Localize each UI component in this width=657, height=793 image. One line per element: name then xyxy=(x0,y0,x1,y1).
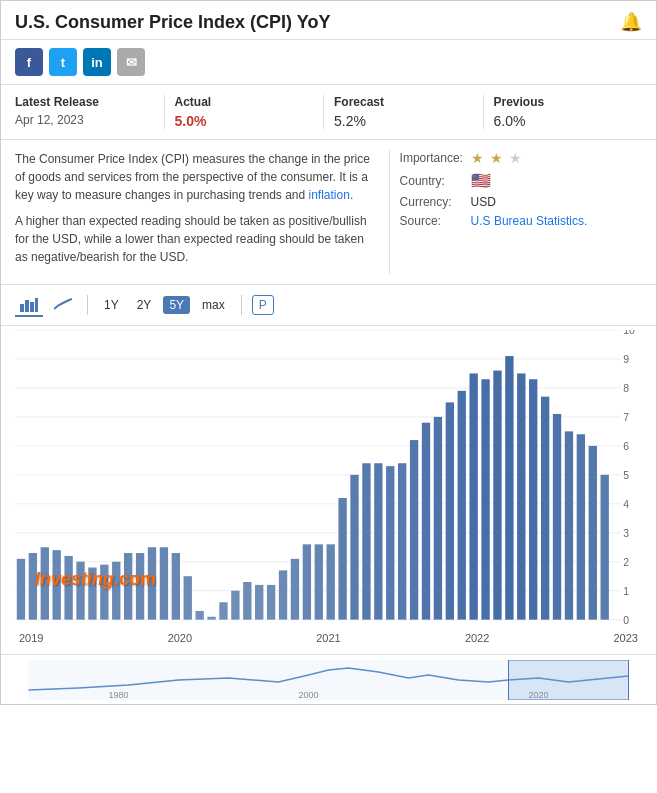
info-text-block: The Consumer Price Index (CPI) measures … xyxy=(15,150,379,274)
controls-divider xyxy=(87,295,88,315)
actual-value: 5.0% xyxy=(175,113,314,129)
latest-release-label: Latest Release xyxy=(15,95,154,109)
social-buttons-row: f t in ✉ xyxy=(1,40,656,85)
svg-rect-43 xyxy=(219,602,227,619)
forecast-label: Forecast xyxy=(334,95,473,109)
svg-rect-62 xyxy=(446,402,454,619)
svg-rect-51 xyxy=(315,544,323,619)
forecast-value: 5.2% xyxy=(334,113,473,129)
svg-rect-77 xyxy=(509,660,629,700)
period-1y-button[interactable]: 1Y xyxy=(98,296,125,314)
info-text-2: A higher than expected reading should be… xyxy=(15,212,379,266)
latest-release-cell: Latest Release Apr 12, 2023 xyxy=(15,95,165,129)
svg-rect-57 xyxy=(386,466,394,620)
svg-rect-71 xyxy=(553,414,561,620)
svg-text:7: 7 xyxy=(623,412,629,423)
svg-rect-44 xyxy=(231,591,239,620)
twitter-share-button[interactable]: t xyxy=(49,48,77,76)
svg-rect-64 xyxy=(469,373,477,619)
previous-cell: Previous 6.0% xyxy=(494,95,643,129)
svg-text:4: 4 xyxy=(623,499,629,510)
svg-rect-66 xyxy=(493,371,501,620)
svg-rect-70 xyxy=(541,397,549,620)
controls-divider-2 xyxy=(241,295,242,315)
mini-chart-row: 1980 2000 2020 xyxy=(1,654,656,704)
svg-rect-46 xyxy=(255,585,263,620)
svg-rect-54 xyxy=(350,475,358,620)
svg-text:1980: 1980 xyxy=(109,690,129,700)
svg-rect-68 xyxy=(517,373,525,619)
svg-text:3: 3 xyxy=(623,528,629,539)
info-meta-block: Importance: ★ ★ ★ Country: 🇺🇸 Currency: … xyxy=(389,150,642,274)
svg-rect-42 xyxy=(207,617,215,620)
bell-icon[interactable]: 🔔 xyxy=(620,11,642,33)
star-1: ★ xyxy=(471,150,484,166)
svg-rect-39 xyxy=(172,553,180,620)
svg-text:6: 6 xyxy=(623,441,629,452)
svg-rect-59 xyxy=(410,440,418,620)
period-2y-button[interactable]: 2Y xyxy=(131,296,158,314)
x-label-2021: 2021 xyxy=(316,632,340,644)
source-label: Source: xyxy=(400,214,465,228)
svg-rect-0 xyxy=(20,304,24,312)
svg-text:8: 8 xyxy=(623,383,629,394)
svg-text:2020: 2020 xyxy=(529,690,549,700)
svg-rect-3 xyxy=(35,298,38,312)
currency-value: USD xyxy=(471,195,496,209)
bar-chart-icon-button[interactable] xyxy=(15,293,43,317)
svg-rect-1 xyxy=(25,300,29,312)
actual-cell: Actual 5.0% xyxy=(175,95,325,129)
line-chart-icon-button[interactable] xyxy=(49,293,77,317)
investing-suffix: .com xyxy=(114,569,156,589)
country-row: Country: 🇺🇸 xyxy=(400,171,642,190)
svg-rect-47 xyxy=(267,585,275,620)
svg-rect-2 xyxy=(30,302,34,312)
latest-release-date: Apr 12, 2023 xyxy=(15,113,154,127)
period-5y-button[interactable]: 5Y xyxy=(163,296,190,314)
svg-rect-55 xyxy=(362,463,370,619)
x-label-2020: 2020 xyxy=(168,632,192,644)
previous-value: 6.0% xyxy=(494,113,633,129)
svg-rect-40 xyxy=(184,576,192,619)
previous-label: Previous xyxy=(494,95,633,109)
svg-text:2000: 2000 xyxy=(299,690,319,700)
svg-rect-58 xyxy=(398,463,406,619)
email-share-button[interactable]: ✉ xyxy=(117,48,145,76)
investing-logo: Investing.com xyxy=(35,569,156,590)
importance-label: Importance: xyxy=(400,151,465,165)
svg-rect-69 xyxy=(529,379,537,619)
svg-rect-73 xyxy=(577,434,585,619)
p-button[interactable]: P xyxy=(252,295,274,315)
currency-label: Currency: xyxy=(400,195,465,209)
svg-rect-49 xyxy=(291,559,299,620)
svg-rect-45 xyxy=(243,582,251,620)
page-header: U.S. Consumer Price Index (CPI) YoY 🔔 xyxy=(1,1,656,40)
svg-rect-56 xyxy=(374,463,382,619)
svg-rect-53 xyxy=(338,498,346,620)
star-2: ★ xyxy=(490,150,503,166)
svg-rect-75 xyxy=(601,475,609,620)
chart-area: 012345678910 Investing.com 2019 2020 202… xyxy=(1,330,656,654)
mini-chart-svg: 1980 2000 2020 xyxy=(15,660,642,700)
chart-controls: 1Y 2Y 5Y max P xyxy=(1,285,656,326)
svg-text:0: 0 xyxy=(623,615,629,626)
x-label-2023: 2023 xyxy=(614,632,638,644)
svg-text:10: 10 xyxy=(623,330,635,336)
svg-text:2: 2 xyxy=(623,557,629,568)
svg-rect-65 xyxy=(481,379,489,619)
page-title: U.S. Consumer Price Index (CPI) YoY xyxy=(15,12,330,33)
linkedin-share-button[interactable]: in xyxy=(83,48,111,76)
svg-text:5: 5 xyxy=(623,470,629,481)
x-label-2019: 2019 xyxy=(19,632,43,644)
importance-row: Importance: ★ ★ ★ xyxy=(400,150,642,166)
svg-text:1: 1 xyxy=(623,586,629,597)
country-flag: 🇺🇸 xyxy=(471,171,491,190)
inflation-link[interactable]: inflation xyxy=(309,188,350,202)
investing-text: Investing xyxy=(35,569,114,589)
source-value[interactable]: U.S Bureau Statistics. xyxy=(471,214,588,228)
facebook-share-button[interactable]: f xyxy=(15,48,43,76)
source-row: Source: U.S Bureau Statistics. xyxy=(400,214,642,228)
svg-rect-60 xyxy=(422,423,430,620)
svg-rect-38 xyxy=(160,547,168,619)
period-max-button[interactable]: max xyxy=(196,296,231,314)
